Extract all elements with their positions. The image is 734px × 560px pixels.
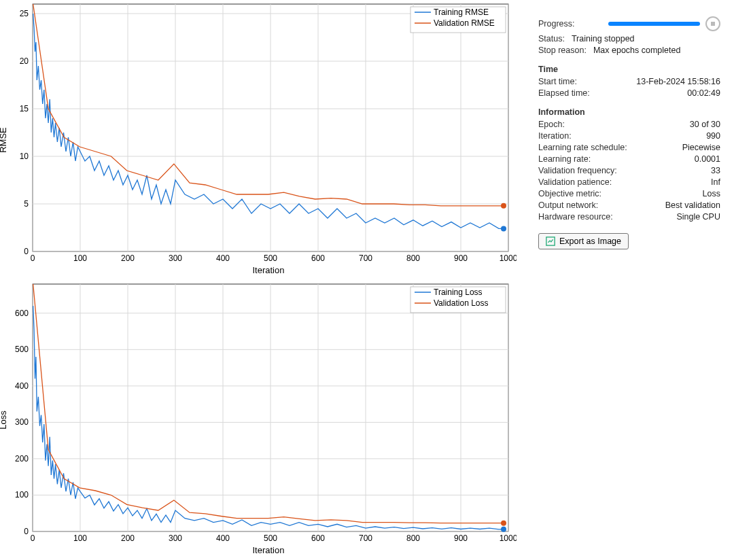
svg-text:15: 15 [20,104,29,113]
rmse-xlabel: Iteration [7,265,530,275]
stopreason-row: Stop reason:Max epochs completed [538,46,720,55]
svg-text:300: 300 [15,417,29,427]
lr-row: Learning rate:0.0001 [538,154,720,164]
loss-xlabel: Iteration [7,545,530,555]
epoch-value: 30 of 30 [690,120,720,129]
loss-svg: 0100200300400500600700800900100001002003… [7,280,517,546]
epoch-row: Epoch:30 of 30 [538,120,720,129]
elapsed-row: Elapsed time:00:02:49 [538,88,720,98]
status-label: Status: [538,34,565,43]
stopreason-value: Max epochs completed [587,46,720,55]
svg-text:900: 900 [454,533,468,543]
svg-text:1000: 1000 [500,253,517,263]
om-row: Objective metric:Loss [538,189,720,198]
loss-plot: Loss 01002003004005006007008009001000010… [7,280,530,560]
svg-text:500: 500 [15,345,29,354]
svg-text:400: 400 [15,381,29,391]
status-panel: Progress: Status:Training stopped Stop r… [530,0,734,560]
svg-text:800: 800 [406,253,420,263]
svg-text:500: 500 [264,253,277,263]
svg-text:Training Loss: Training Loss [434,287,483,297]
om-label: Objective metric: [538,189,601,198]
rmse-ylabel: RMSE [0,127,8,153]
elapsed-value: 00:02:49 [687,88,720,98]
svg-text:0: 0 [24,247,29,256]
svg-text:5: 5 [24,199,29,209]
svg-text:400: 400 [216,533,230,543]
on-label: Output network: [538,200,598,210]
vp-row: Validation patience:Inf [538,177,720,187]
svg-text:100: 100 [15,490,29,500]
rmse-svg: 0100200300400500600700800900100005101520… [7,0,517,266]
progress-fill [608,22,700,26]
export-label: Export as Image [559,237,621,246]
svg-text:900: 900 [454,253,468,263]
iter-value: 990 [706,131,720,141]
starttime-label: Start time: [538,77,577,86]
svg-text:400: 400 [216,253,230,263]
export-button[interactable]: Export as Image [538,233,629,249]
lrs-row: Learning rate schedule:Piecewise [538,143,720,152]
svg-text:500: 500 [264,533,277,543]
svg-text:800: 800 [406,533,420,543]
svg-text:Validation Loss: Validation Loss [434,298,489,308]
svg-text:200: 200 [15,454,29,463]
on-value: Best validation [665,200,720,210]
lrs-label: Learning rate schedule: [538,143,627,152]
vf-label: Validation frequency: [538,166,617,175]
svg-point-36 [501,226,506,231]
starttime-row: Start time:13-Feb-2024 15:58:16 [538,77,720,86]
svg-text:200: 200 [121,253,135,263]
lr-value: 0.0001 [695,154,720,164]
elapsed-label: Elapsed time: [538,88,590,98]
svg-text:100: 100 [73,253,87,263]
stop-button[interactable] [705,16,720,31]
on-row: Output network:Best validation [538,200,720,210]
svg-text:25: 25 [20,9,29,18]
info-heading: Information [538,107,720,117]
svg-text:300: 300 [169,253,182,263]
hr-row: Hardware resource:Single CPU [538,212,720,222]
vf-value: 33 [711,166,720,175]
svg-text:20: 20 [20,56,29,66]
svg-text:600: 600 [15,309,29,318]
status-value: Training stopped [565,34,720,43]
svg-text:0: 0 [31,253,35,263]
lrs-value: Piecewise [682,143,720,152]
svg-text:700: 700 [359,533,372,543]
svg-text:10: 10 [20,152,29,161]
hr-value: Single CPU [676,212,720,222]
iter-row: Iteration:990 [538,131,720,141]
loss-ylabel: Loss [0,410,8,429]
export-icon [546,237,555,246]
svg-text:200: 200 [121,533,135,543]
vf-row: Validation frequency:33 [538,166,720,175]
vp-value: Inf [711,177,720,187]
svg-text:1000: 1000 [500,533,517,543]
lr-label: Learning rate: [538,154,591,164]
svg-point-79 [501,521,506,526]
app-root: RMSE 01002003004005006007008009001000051… [0,0,734,560]
iter-label: Iteration: [538,131,572,141]
stop-icon [711,22,715,26]
svg-point-35 [501,203,506,209]
svg-text:600: 600 [311,533,325,543]
time-heading: Time [538,65,720,74]
svg-text:700: 700 [359,253,372,263]
svg-text:100: 100 [73,533,87,543]
progress-row: Progress: [538,16,720,31]
rmse-plot: RMSE 01002003004005006007008009001000051… [7,0,530,280]
om-value: Loss [703,189,720,198]
svg-point-80 [501,527,506,532]
svg-text:600: 600 [311,253,325,263]
progress-label: Progress: [538,19,603,29]
epoch-label: Epoch: [538,120,565,129]
status-row: Status:Training stopped [538,34,720,43]
vp-label: Validation patience: [538,177,612,187]
charts-pane: RMSE 01002003004005006007008009001000051… [0,0,530,560]
svg-text:0: 0 [24,527,29,536]
svg-text:300: 300 [169,533,182,543]
svg-text:0: 0 [31,533,35,543]
progress-bar [608,22,700,26]
hr-label: Hardware resource: [538,212,613,222]
